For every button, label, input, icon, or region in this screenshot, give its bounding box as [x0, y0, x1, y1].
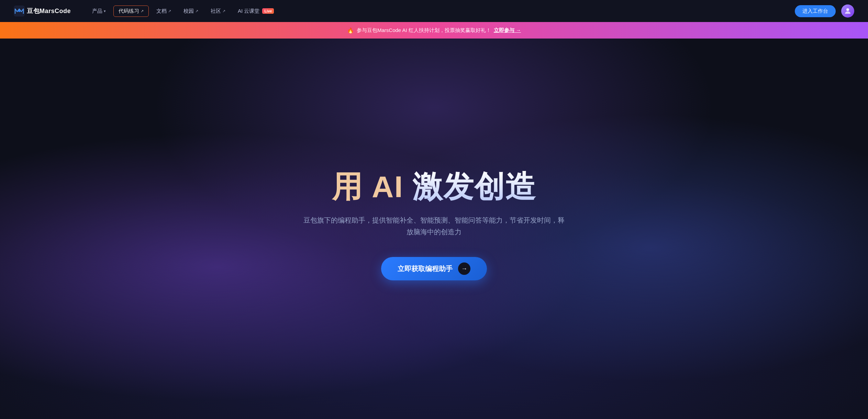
live-badge: Live — [262, 8, 274, 14]
promo-banner[interactable]: 🔥 参与豆包MarsCode AI 红人扶持计划，投票抽奖赢取好礼！ 立即参与 … — [0, 22, 868, 39]
banner-icon: 🔥 — [347, 27, 354, 34]
svg-point-1 — [18, 10, 20, 12]
hero-cta-button[interactable]: 立即获取编程助手 → — [381, 257, 487, 280]
brand-name: 豆包MarsCode — [27, 7, 71, 15]
hero-subtitle: 豆包旗下的编程助手，提供智能补全、智能预测、智能问答等能力，节省开发时间，释放脑… — [303, 214, 565, 238]
svg-point-2 — [846, 8, 849, 11]
nav-items: 产品 ▾ 代码练习 ↗ 文档 ↗ 校园 ↗ 社区 ↗ AI 云课堂 Live — [87, 6, 795, 17]
enter-workspace-button[interactable]: 进入工作台 — [795, 5, 836, 17]
hero-title: 用 AI 激发创造 — [332, 170, 536, 204]
nav-item-products[interactable]: 产品 ▾ — [87, 6, 111, 17]
nav-item-practice[interactable]: 代码练习 ↗ — [113, 6, 149, 17]
user-avatar[interactable] — [841, 4, 854, 18]
hero-content: 用 AI 激发创造 豆包旗下的编程助手，提供智能补全、智能预测、智能问答等能力，… — [303, 170, 565, 281]
nav-item-community[interactable]: 社区 ↗ — [206, 6, 230, 17]
logo-icon — [14, 6, 25, 17]
nav-item-docs[interactable]: 文档 ↗ — [152, 6, 176, 17]
external-arrow: ↗ — [141, 9, 144, 13]
navbar: 豆包MarsCode 产品 ▾ 代码练习 ↗ 文档 ↗ 校园 ↗ 社区 ↗ AI… — [0, 0, 868, 22]
hero-cta-label: 立即获取编程助手 — [398, 264, 453, 273]
external-arrow-docs: ↗ — [168, 9, 171, 13]
navbar-right: 进入工作台 — [795, 4, 854, 18]
hero-cta-arrow-icon: → — [458, 262, 470, 275]
user-icon — [844, 7, 852, 15]
hero-section: 用 AI 激发创造 豆包旗下的编程助手，提供智能补全、智能预测、智能问答等能力，… — [0, 39, 868, 419]
dropdown-arrow: ▾ — [104, 9, 106, 13]
hero-title-part1: 用 AI — [332, 170, 413, 204]
external-arrow-campus: ↗ — [195, 9, 198, 13]
hero-title-part2: 激发创造 — [412, 170, 536, 204]
external-arrow-community: ↗ — [222, 9, 225, 13]
banner-cta-link[interactable]: 立即参与 → — [494, 27, 521, 34]
nav-item-ai-class[interactable]: AI 云课堂 Live — [233, 6, 279, 17]
banner-text: 参与豆包MarsCode AI 红人扶持计划，投票抽奖赢取好礼！ — [357, 27, 491, 34]
brand-logo[interactable]: 豆包MarsCode — [14, 6, 71, 17]
nav-item-campus[interactable]: 校园 ↗ — [179, 6, 203, 17]
